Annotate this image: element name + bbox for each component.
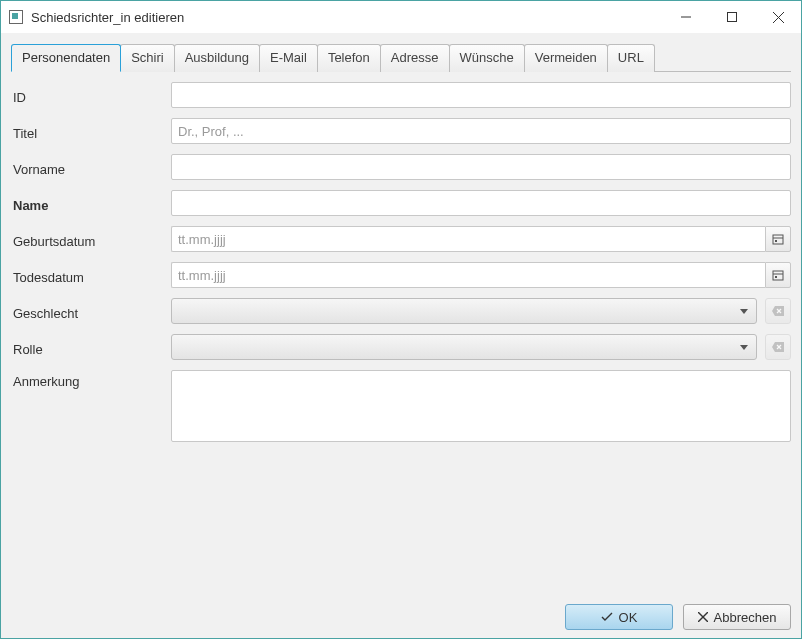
tab-ausbildung[interactable]: Ausbildung bbox=[174, 44, 260, 72]
app-icon bbox=[9, 10, 23, 24]
check-icon bbox=[601, 612, 613, 622]
anmerkung-textarea[interactable] bbox=[171, 370, 791, 442]
vorname-input[interactable] bbox=[171, 154, 791, 180]
svg-rect-6 bbox=[775, 240, 777, 242]
label-anmerkung: Anmerkung bbox=[11, 370, 171, 389]
geburtsdatum-picker-button[interactable] bbox=[765, 226, 791, 252]
todesdatum-input[interactable] bbox=[171, 262, 765, 288]
close-button[interactable] bbox=[755, 1, 801, 33]
window: Schiedsrichter_in editieren Personendate… bbox=[0, 0, 802, 639]
form: ID Titel Vorname Name bbox=[11, 72, 791, 452]
maximize-icon bbox=[727, 12, 737, 22]
name-input[interactable] bbox=[171, 190, 791, 216]
todesdatum-picker-button[interactable] bbox=[765, 262, 791, 288]
id-input[interactable] bbox=[171, 82, 791, 108]
minimize-button[interactable] bbox=[663, 1, 709, 33]
tab-wuensche[interactable]: Wünsche bbox=[449, 44, 525, 72]
geburtsdatum-input[interactable] bbox=[171, 226, 765, 252]
label-vorname: Vorname bbox=[11, 158, 171, 177]
close-icon bbox=[773, 12, 784, 23]
label-name: Name bbox=[11, 194, 171, 213]
tab-url[interactable]: URL bbox=[607, 44, 655, 72]
client-area: Personendaten Schiri Ausbildung E-Mail T… bbox=[1, 33, 801, 638]
svg-rect-1 bbox=[728, 13, 737, 22]
x-icon bbox=[698, 612, 708, 622]
chevron-down-icon bbox=[740, 309, 748, 314]
footer: OK Abbrechen bbox=[11, 596, 791, 630]
rolle-clear-button[interactable] bbox=[765, 334, 791, 360]
tab-telefon[interactable]: Telefon bbox=[317, 44, 381, 72]
tabbar: Personendaten Schiri Ausbildung E-Mail T… bbox=[11, 43, 791, 72]
tab-adresse[interactable]: Adresse bbox=[380, 44, 450, 72]
clear-icon bbox=[772, 342, 784, 352]
chevron-down-icon bbox=[740, 345, 748, 350]
maximize-button[interactable] bbox=[709, 1, 755, 33]
rolle-combo[interactable] bbox=[171, 334, 757, 360]
geschlecht-clear-button[interactable] bbox=[765, 298, 791, 324]
calendar-icon bbox=[772, 233, 784, 245]
label-geburtsdatum: Geburtsdatum bbox=[11, 230, 171, 249]
ok-button-label: OK bbox=[619, 610, 638, 625]
titel-input[interactable] bbox=[171, 118, 791, 144]
calendar-icon bbox=[772, 269, 784, 281]
cancel-button[interactable]: Abbrechen bbox=[683, 604, 791, 630]
titlebar: Schiedsrichter_in editieren bbox=[1, 1, 801, 33]
label-titel: Titel bbox=[11, 122, 171, 141]
clear-icon bbox=[772, 306, 784, 316]
label-id: ID bbox=[11, 86, 171, 105]
svg-rect-4 bbox=[773, 235, 783, 244]
tab-email[interactable]: E-Mail bbox=[259, 44, 318, 72]
ok-button[interactable]: OK bbox=[565, 604, 673, 630]
tab-personendaten[interactable]: Personendaten bbox=[11, 44, 121, 72]
minimize-icon bbox=[681, 12, 691, 22]
geschlecht-combo[interactable] bbox=[171, 298, 757, 324]
label-geschlecht: Geschlecht bbox=[11, 302, 171, 321]
tab-schiri[interactable]: Schiri bbox=[120, 44, 175, 72]
cancel-button-label: Abbrechen bbox=[714, 610, 777, 625]
window-title: Schiedsrichter_in editieren bbox=[31, 10, 184, 25]
label-todesdatum: Todesdatum bbox=[11, 266, 171, 285]
tab-vermeiden[interactable]: Vermeiden bbox=[524, 44, 608, 72]
label-rolle: Rolle bbox=[11, 338, 171, 357]
svg-rect-9 bbox=[775, 276, 777, 278]
svg-rect-7 bbox=[773, 271, 783, 280]
